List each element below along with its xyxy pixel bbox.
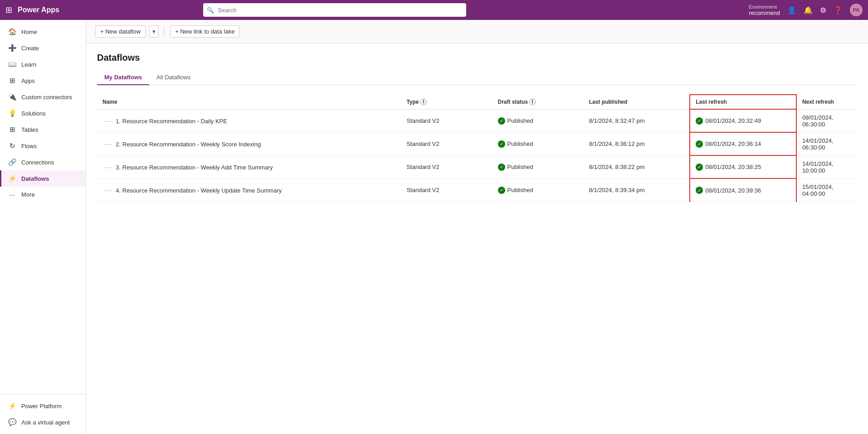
row-more-btn[interactable]: ···: [102, 140, 114, 149]
sidebar-item-more[interactable]: ··· More: [0, 187, 86, 203]
status-label: Published: [507, 187, 533, 193]
tab-my-dataflows[interactable]: My Dataflows: [97, 70, 149, 85]
new-link-button[interactable]: + New link to data lake: [170, 25, 239, 38]
sidebar-item-label: Ask a virtual agent: [21, 419, 70, 426]
environment-name: recommend: [749, 10, 780, 16]
refresh-status-icon: ✓: [696, 117, 703, 125]
col-header-draft: Draft status ℹ: [493, 95, 584, 109]
sidebar-item-learn[interactable]: 📖 Learn: [0, 56, 86, 72]
refresh-status-icon: ✓: [696, 187, 703, 194]
tabs: My Dataflows All Dataflows: [97, 70, 857, 85]
power-platform-icon: ⚡: [8, 402, 17, 410]
sidebar-item-label: Dataflows: [21, 175, 49, 182]
dataflow-dropdown[interactable]: ▾: [149, 25, 159, 38]
avatar[interactable]: PA: [850, 4, 863, 16]
status-icon: ✓: [498, 187, 505, 194]
new-dataflow-button[interactable]: + New dataflow: [95, 25, 146, 38]
sidebar-item-label: Power Platform: [21, 403, 62, 410]
row-name: 2. Resource Recommendation - Weekly Scor…: [116, 141, 261, 148]
sidebar-item-custom-connectors[interactable]: 🔌 Custom connectors: [0, 89, 86, 105]
solutions-icon: 💡: [8, 109, 17, 117]
sidebar: 🏠 Home ➕ Create 📖 Learn ⊞ Apps 🔌 Custom …: [0, 20, 86, 434]
type-info-icon[interactable]: ℹ: [420, 99, 427, 105]
row-last-published: 8/1/2024, 8:38:22 pm: [584, 155, 690, 178]
sidebar-item-tables[interactable]: ⊞ Tables: [0, 121, 86, 138]
sidebar-item-ask-agent[interactable]: 💬 Ask a virtual agent: [0, 414, 86, 430]
sidebar-item-solutions[interactable]: 💡 Solutions: [0, 105, 86, 121]
row-next-refresh: 15/01/2024, 04:00:00: [796, 178, 857, 202]
sidebar-item-label: Solutions: [21, 110, 45, 117]
status-label: Published: [507, 164, 533, 170]
refresh-status-icon: ✓: [696, 164, 703, 171]
learn-icon: 📖: [8, 60, 17, 68]
table-row: ··· 3. Resource Recommendation - Weekly …: [97, 155, 857, 178]
row-type: Standard V2: [401, 155, 492, 178]
home-icon: 🏠: [8, 28, 17, 36]
sidebar-item-dataflows[interactable]: ⚡ Dataflows: [0, 170, 86, 187]
row-more-btn[interactable]: ···: [102, 186, 114, 195]
dataflows-page: Dataflows My Dataflows All Dataflows Nam…: [86, 43, 868, 211]
status-icon: ✓: [498, 164, 505, 171]
create-icon: ➕: [8, 44, 17, 52]
person-icon[interactable]: 👤: [787, 6, 796, 14]
connectors-icon: 🔌: [8, 93, 17, 101]
sidebar-item-label: Apps: [21, 77, 35, 84]
row-draft-status: ✓ Published: [493, 178, 584, 202]
sidebar-item-label: Flows: [21, 143, 37, 149]
sidebar-item-connections[interactable]: 🔗 Connections: [0, 154, 86, 170]
status-icon: ✓: [498, 117, 505, 125]
ask-agent-icon: 💬: [8, 418, 17, 426]
sidebar-item-apps[interactable]: ⊞ Apps: [0, 72, 86, 89]
status-badge: ✓ Published: [498, 117, 533, 125]
draft-info-icon[interactable]: ℹ: [529, 99, 536, 105]
row-name: 4. Resource Recommendation - Weekly Upda…: [116, 187, 282, 194]
tab-all-dataflows[interactable]: All Dataflows: [149, 70, 198, 85]
toolbar: + New dataflow ▾ + New link to data lake: [86, 20, 868, 43]
refresh-cell: ✓ 08/01/2024, 20:39:36: [696, 187, 761, 194]
row-last-published: 8/1/2024, 8:32:47 pm: [584, 109, 690, 132]
row-draft-status: ✓ Published: [493, 132, 584, 155]
search-container: 🔍: [203, 3, 466, 17]
sidebar-item-label: Connections: [21, 159, 54, 166]
sidebar-item-label: Home: [21, 29, 37, 35]
connections-icon: 🔗: [8, 158, 17, 166]
refresh-status-icon: ✓: [696, 140, 703, 148]
settings-icon[interactable]: ⚙: [820, 6, 826, 14]
refresh-cell: ✓ 08/01/2024, 20:38:25: [696, 164, 761, 171]
sidebar-item-label: Learn: [21, 61, 36, 68]
sidebar-item-create[interactable]: ➕ Create: [0, 40, 86, 56]
help-icon[interactable]: ❓: [834, 6, 843, 14]
sidebar-item-flows[interactable]: ↻ Flows: [0, 138, 86, 154]
row-more-btn[interactable]: ···: [102, 163, 114, 172]
row-next-refresh: 14/01/2024, 10:00:00: [796, 155, 857, 178]
status-icon: ✓: [498, 140, 505, 148]
app-title: Power Apps: [18, 6, 59, 14]
new-dataflow-label: + New dataflow: [100, 28, 141, 35]
status-badge: ✓ Published: [498, 140, 533, 148]
col-header-last-refresh: Last refresh: [690, 95, 796, 109]
row-last-refresh: ✓ 08/01/2024, 20:39:36: [690, 178, 796, 202]
waffle-icon[interactable]: ⊞: [5, 5, 12, 15]
sidebar-item-label: More: [21, 191, 35, 198]
sidebar-item-home[interactable]: 🏠 Home: [0, 24, 86, 40]
col-header-last-published: Last published: [584, 95, 690, 109]
sidebar-bottom: ⚡ Power Platform 💬 Ask a virtual agent: [0, 394, 86, 430]
table-row: ··· 2. Resource Recommendation - Weekly …: [97, 132, 857, 155]
topbar: ⊞ Power Apps 🔍 Environment recommend 👤 🔔…: [0, 0, 868, 20]
search-input[interactable]: [203, 3, 466, 17]
sidebar-item-label: Custom connectors: [21, 94, 72, 101]
status-badge: ✓ Published: [498, 187, 533, 194]
row-type: Standard V2: [401, 178, 492, 202]
notification-icon[interactable]: 🔔: [804, 6, 813, 14]
row-next-refresh: 09/01/2024, 06:30:00: [796, 109, 857, 132]
row-more-btn[interactable]: ···: [102, 116, 114, 125]
sidebar-item-power-platform[interactable]: ⚡ Power Platform: [0, 398, 86, 414]
row-draft-status: ✓ Published: [493, 109, 584, 132]
table-header: Name Type ℹ Draft status ℹ: [97, 95, 857, 109]
status-label: Published: [507, 140, 533, 147]
topbar-right: Environment recommend 👤 🔔 ⚙ ❓ PA: [749, 4, 863, 16]
flows-icon: ↻: [8, 142, 17, 150]
row-next-refresh: 14/01/2024, 06:30:00: [796, 132, 857, 155]
row-type: Standard V2: [401, 109, 492, 132]
status-badge: ✓ Published: [498, 164, 533, 171]
